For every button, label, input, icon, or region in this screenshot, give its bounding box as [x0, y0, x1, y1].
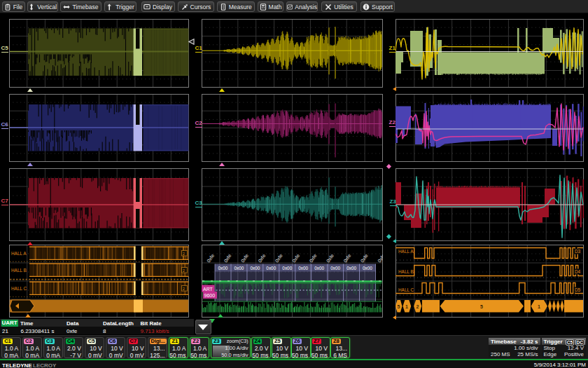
svg-text:0xfe: 0xfe: [257, 253, 266, 264]
svg-text:0x00: 0x00: [218, 266, 228, 271]
svg-text:0xfe: 0xfe: [377, 253, 383, 264]
svg-text:2: 2: [183, 268, 185, 273]
svg-text:HALL A: HALL A: [398, 249, 414, 254]
svg-text:1: 1: [538, 304, 540, 309]
svg-text:0xfe: 0xfe: [308, 253, 317, 264]
svg-text:9600: 9600: [204, 293, 216, 298]
svg-text:1: 1: [405, 304, 408, 309]
svg-text:HALL C: HALL C: [11, 286, 27, 291]
svg-text:0x00: 0x00: [298, 266, 308, 271]
svg-text:0xfe: 0xfe: [206, 253, 215, 264]
svg-text:HALL C: HALL C: [398, 287, 414, 292]
svg-text:2: 2: [183, 252, 185, 256]
svg-text:0xfe: 0xfe: [342, 253, 351, 264]
svg-text:0x00: 0x00: [266, 266, 276, 271]
svg-text:0x00: 0x00: [346, 266, 356, 271]
svg-text:HALL B: HALL B: [11, 268, 27, 273]
svg-text:0xfe: 0xfe: [274, 253, 284, 264]
svg-text:0x00: 0x00: [250, 266, 260, 271]
svg-text:HALL A: HALL A: [11, 251, 27, 256]
svg-text:0xfe: 0xfe: [240, 253, 249, 264]
svg-text:5: 5: [480, 304, 483, 309]
svg-text:D5: D5: [575, 287, 581, 292]
svg-text:D4: D4: [575, 269, 581, 274]
svg-text:0x00: 0x00: [330, 266, 340, 271]
svg-text:0xfe: 0xfe: [326, 253, 335, 264]
svg-text:2: 2: [416, 304, 419, 309]
svg-text:ART: ART: [203, 287, 214, 292]
svg-text:2: 2: [183, 287, 185, 291]
svg-text:0x00: 0x00: [314, 266, 324, 271]
svg-text:0x00: 0x00: [363, 266, 372, 271]
svg-text:0x00: 0x00: [282, 266, 292, 271]
svg-text:D3: D3: [575, 249, 581, 254]
svg-text:0xfe: 0xfe: [223, 253, 232, 264]
svg-text:5: 5: [398, 304, 400, 309]
svg-text:0xfe: 0xfe: [360, 253, 369, 264]
svg-text:0xfe: 0xfe: [291, 253, 300, 264]
svg-text:0x00: 0x00: [234, 266, 244, 271]
svg-text:HALL B: HALL B: [398, 269, 414, 274]
